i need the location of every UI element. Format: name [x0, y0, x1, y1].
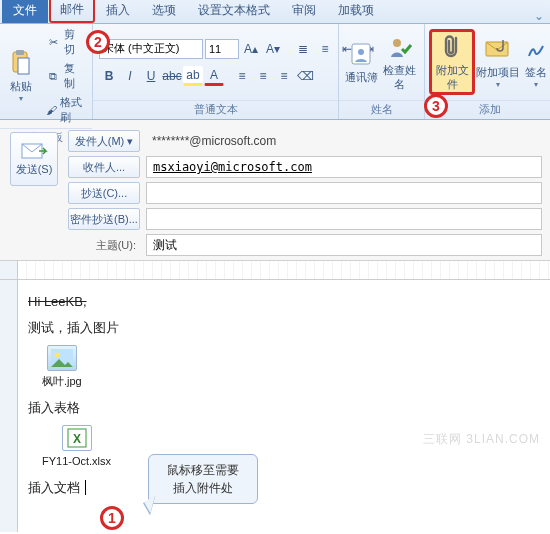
- check-names-label: 检查姓名: [380, 64, 420, 90]
- format-painter-button[interactable]: 🖌 格式刷: [43, 94, 88, 126]
- mail-header: 发送(S) 发件人(M) ▾ ********@microsoft.com 收件…: [0, 120, 550, 261]
- attachment-object-image[interactable]: 枫叶.jpg: [42, 345, 82, 390]
- address-book-label: 通讯簿: [345, 71, 378, 84]
- message-body-area: Hi LeeKB, 测试，插入图片 枫叶.jpg 插入表格 X FY11-Oct…: [0, 280, 550, 532]
- font-family-select[interactable]: [99, 39, 203, 59]
- to-button[interactable]: 收件人...: [68, 156, 140, 178]
- tab-options[interactable]: 选项: [141, 0, 187, 23]
- tab-file[interactable]: 文件: [2, 0, 48, 23]
- attach-item-label: 附加项目: [476, 66, 520, 79]
- bullets-button[interactable]: ≣: [293, 39, 313, 59]
- paste-label: 粘贴: [10, 80, 32, 93]
- attachment-caption: FY11-Oct.xlsx: [42, 453, 111, 470]
- bcc-button[interactable]: 密件抄送(B)...: [68, 208, 140, 230]
- attach-item-icon: [484, 35, 512, 63]
- attachment-caption: 枫叶.jpg: [42, 373, 82, 390]
- align-left-button[interactable]: ≡: [232, 66, 252, 86]
- attach-file-button[interactable]: 附加文件: [429, 29, 475, 95]
- step-marker-3: 3: [424, 94, 448, 118]
- paste-icon: [7, 49, 35, 77]
- align-center-button[interactable]: ≡: [253, 66, 273, 86]
- from-value: ********@microsoft.com: [146, 130, 542, 152]
- svg-text:X: X: [73, 432, 81, 446]
- group-basic-text: A▴ A▾ ≣ ≡ ⇤ ⇥ B I U abc ab A ≡ ≡ ≡ ⌫: [93, 24, 339, 119]
- send-button[interactable]: 发送(S): [10, 132, 58, 186]
- bold-button[interactable]: B: [99, 66, 119, 86]
- strike-button[interactable]: abc: [162, 66, 182, 86]
- italic-button[interactable]: I: [120, 66, 140, 86]
- bcc-input[interactable]: [146, 208, 542, 230]
- copy-label: 复制: [64, 61, 85, 91]
- tab-addins[interactable]: 加载项: [327, 0, 385, 23]
- ribbon: 粘贴 ▾ ✂ 剪切 ⧉ 复制 🖌 格式刷 剪贴板: [0, 24, 550, 120]
- to-input[interactable]: [146, 156, 542, 178]
- tab-review[interactable]: 审阅: [281, 0, 327, 23]
- group-basic-text-label: 普通文本: [93, 100, 338, 119]
- body-line-2: 插入表格: [28, 398, 540, 418]
- subject-input[interactable]: [146, 234, 542, 256]
- paperclip-icon: [438, 33, 466, 61]
- group-clipboard: 粘贴 ▾ ✂ 剪切 ⧉ 复制 🖌 格式刷 剪贴板: [0, 24, 93, 119]
- step-marker-2: 2: [86, 30, 110, 54]
- address-book-icon: [347, 40, 375, 68]
- callout-line2: 插入附件处: [157, 479, 249, 497]
- shrink-font-button[interactable]: A▾: [263, 39, 283, 59]
- envelope-send-icon: [21, 142, 47, 162]
- copy-icon: ⧉: [46, 68, 61, 84]
- instruction-callout: 鼠标移至需要 插入附件处: [148, 454, 258, 504]
- cc-input[interactable]: [146, 182, 542, 204]
- body-line-1: 测试，插入图片: [28, 318, 540, 338]
- numbering-button[interactable]: ≡: [315, 39, 335, 59]
- font-size-select[interactable]: [205, 39, 239, 59]
- grow-font-button[interactable]: A▴: [241, 39, 261, 59]
- signature-label: 签名: [525, 66, 547, 79]
- cc-button[interactable]: 抄送(C)...: [68, 182, 140, 204]
- scissors-icon: ✂: [46, 34, 61, 50]
- svg-rect-1: [16, 50, 24, 55]
- svg-rect-2: [18, 58, 29, 74]
- tab-mail[interactable]: 邮件: [49, 0, 95, 23]
- align-right-button[interactable]: ≡: [274, 66, 294, 86]
- clear-format-button[interactable]: ⌫: [295, 66, 315, 86]
- vertical-ruler[interactable]: [0, 280, 18, 532]
- message-body-editor[interactable]: Hi LeeKB, 测试，插入图片 枫叶.jpg 插入表格 X FY11-Oct…: [18, 280, 550, 532]
- brush-icon: 🖌: [46, 102, 58, 118]
- highlight-button[interactable]: ab: [183, 66, 203, 86]
- dropdown-caret-icon: ▾: [534, 80, 538, 90]
- svg-point-9: [54, 353, 59, 358]
- underline-button[interactable]: U: [141, 66, 161, 86]
- attachment-object-xlsx[interactable]: X FY11-Oct.xlsx: [42, 425, 111, 470]
- tab-format-text[interactable]: 设置文本格式: [187, 0, 281, 23]
- dropdown-caret-icon: ▾: [496, 80, 500, 90]
- ruler: [0, 261, 550, 280]
- cut-button[interactable]: ✂ 剪切: [43, 26, 88, 58]
- send-label: 发送(S): [16, 162, 53, 177]
- dropdown-caret-icon: ▾: [19, 94, 23, 104]
- image-thumbnail-icon: [47, 345, 77, 371]
- ribbon-minimize-icon[interactable]: ⌄: [534, 9, 550, 23]
- callout-line1: 鼠标移至需要: [157, 461, 249, 479]
- font-color-button[interactable]: A: [204, 66, 224, 86]
- group-names-label: 姓名: [339, 100, 424, 119]
- subject-label: 主题(U):: [68, 238, 140, 253]
- body-greeting: Hi LeeKB,: [28, 292, 540, 312]
- signature-icon: [522, 35, 550, 63]
- watermark: 三联网 3LIAN.COM: [423, 430, 540, 448]
- step-marker-1: 1: [100, 506, 124, 530]
- format-painter-label: 格式刷: [60, 95, 85, 125]
- signature-button[interactable]: 签名 ▾: [521, 29, 550, 95]
- address-book-button[interactable]: 通讯簿: [343, 29, 380, 95]
- attach-file-label: 附加文件: [432, 64, 472, 90]
- paste-button[interactable]: 粘贴 ▾: [4, 43, 39, 109]
- from-button[interactable]: 发件人(M) ▾: [68, 130, 140, 152]
- check-names-button[interactable]: 检查姓名: [380, 29, 420, 95]
- excel-file-icon: X: [62, 425, 92, 451]
- ribbon-tabs: 文件 邮件 插入 选项 设置文本格式 审阅 加载项 ⌄: [0, 0, 550, 24]
- group-names: 通讯簿 检查姓名 姓名: [339, 24, 425, 119]
- attach-item-button[interactable]: 附加项目 ▾: [475, 29, 521, 95]
- copy-button[interactable]: ⧉ 复制: [43, 60, 88, 92]
- horizontal-ruler[interactable]: [18, 261, 550, 279]
- svg-point-4: [358, 49, 364, 55]
- check-names-icon: [386, 33, 414, 61]
- tab-insert[interactable]: 插入: [95, 0, 141, 23]
